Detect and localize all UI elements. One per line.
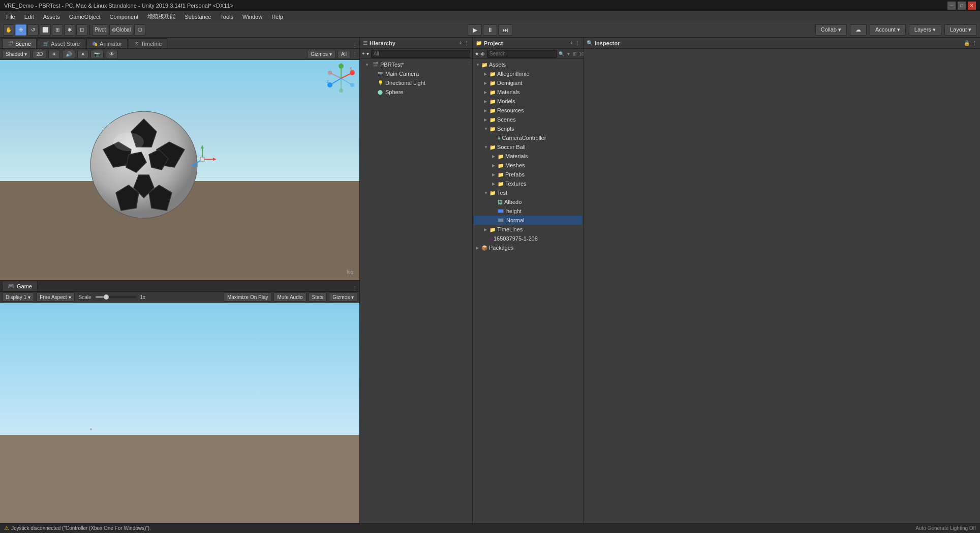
proj-assets[interactable]: ▼ 📁 Assets: [474, 60, 582, 69]
models-label: Models: [497, 98, 515, 104]
project-add[interactable]: +: [570, 40, 573, 46]
scene-panel-menu[interactable]: ⋮: [352, 43, 357, 48]
menu-custom[interactable]: 增殖板功能: [143, 12, 179, 21]
proj-timelines[interactable]: ▶ 📁 TimeLines: [474, 225, 582, 234]
scene-view-menu[interactable]: ⋮: [352, 51, 357, 57]
proj-packages[interactable]: ▶ 📦 Packages: [474, 243, 582, 252]
hierarchy-add-btn[interactable]: + ▾: [362, 51, 369, 56]
scene-tab-icon: 🎬: [8, 41, 13, 46]
menu-window[interactable]: Window: [238, 13, 266, 21]
scene-root-menu[interactable]: ⋮: [467, 62, 471, 67]
display-dropdown[interactable]: Display 1 ▾: [2, 292, 34, 302]
proj-sb-textures[interactable]: ▶ 📁 Textures: [474, 179, 582, 188]
scene-orientation-gizmo[interactable]: X Y Z: [326, 63, 356, 94]
tool-hand[interactable]: ✋: [3, 24, 14, 36]
menu-substance[interactable]: Substance: [180, 13, 215, 21]
game-panel-menu[interactable]: ⋮: [352, 285, 357, 291]
global-button[interactable]: ⊕ Global: [109, 24, 133, 36]
tab-scene[interactable]: 🎬 Scene: [2, 38, 37, 48]
stats-button[interactable]: Stats: [309, 292, 327, 302]
lighting-btn[interactable]: ☀: [48, 50, 60, 59]
proj-allegorithmic[interactable]: ▶ 📁 Allegorithmic: [474, 69, 582, 78]
menu-help[interactable]: Help: [267, 13, 287, 21]
account-button[interactable]: Account ▾: [870, 24, 906, 36]
tool-rect[interactable]: ⊞: [52, 24, 63, 36]
hier-sphere[interactable]: ⬤ Sphere: [361, 87, 471, 97]
camera-settings-btn[interactable]: 📷: [90, 50, 104, 59]
maximize-button[interactable]: □: [958, 2, 966, 10]
cloud-button[interactable]: ☁: [850, 24, 867, 36]
menu-component[interactable]: Component: [105, 13, 142, 21]
2d-toggle[interactable]: 2D: [33, 50, 46, 59]
project-menu[interactable]: ⋮: [575, 40, 580, 46]
hier-main-camera[interactable]: 📷 Main Camera: [361, 69, 471, 78]
all-dropdown[interactable]: All: [338, 50, 350, 59]
close-button[interactable]: ✕: [968, 2, 976, 10]
proj-scenes[interactable]: ▶ 📁 Scenes: [474, 115, 582, 124]
menu-edit[interactable]: Edit: [20, 13, 38, 21]
tool-transform[interactable]: ✱: [64, 24, 75, 36]
aspect-dropdown[interactable]: Free Aspect ▾: [36, 292, 74, 302]
tool-custom[interactable]: ⊡: [76, 24, 87, 36]
favorites-toggle[interactable]: ★: [475, 51, 479, 56]
proj-sb-prefabs[interactable]: ▶ 📁 Prefabs: [474, 170, 582, 179]
timeline-tab-label: Timeline: [141, 41, 162, 47]
shaded-dropdown[interactable]: Shaded ▾: [2, 50, 30, 59]
menu-file[interactable]: File: [2, 13, 19, 21]
maximize-on-play-button[interactable]: Maximize On Play: [224, 292, 272, 302]
hierarchy-search[interactable]: [371, 50, 470, 58]
proj-camera-controller[interactable]: # CameraController: [474, 133, 582, 142]
audio-btn[interactable]: 🔊: [62, 50, 75, 59]
effects-btn[interactable]: ✦: [77, 50, 88, 59]
scale-slider[interactable]: [96, 296, 136, 298]
pivot-button[interactable]: Pivot: [92, 24, 108, 36]
step-button[interactable]: ⏭: [498, 24, 512, 36]
proj-models[interactable]: ▶ 📁 Models: [474, 97, 582, 106]
create-btn[interactable]: ⊕: [481, 51, 485, 56]
proj-scripts[interactable]: ▼ 📁 Scripts: [474, 124, 582, 133]
proj-resources[interactable]: ▶ 📁 Resources: [474, 106, 582, 115]
tab-asset-store[interactable]: 🛒 Asset Store: [38, 38, 85, 48]
proj-demigiant[interactable]: ▶ 📁 Demigiant: [474, 78, 582, 87]
inspector-lock[interactable]: 🔒: [964, 40, 970, 46]
gizmos-dropdown-game[interactable]: Gizmos ▾: [329, 292, 357, 302]
project-filter-icon[interactable]: ▼: [566, 51, 571, 56]
tab-game[interactable]: 🎮 Game: [2, 281, 38, 291]
menu-assets[interactable]: Assets: [39, 13, 64, 21]
proj-height[interactable]: height: [474, 206, 582, 216]
mute-audio-button[interactable]: Mute Audio: [273, 292, 306, 302]
hierarchy-menu[interactable]: ⋮: [464, 40, 469, 46]
proj-test[interactable]: ▼ 📁 Test: [474, 188, 582, 197]
proj-soccer-ball[interactable]: ▼ 📁 Soccer Ball: [474, 142, 582, 152]
play-button[interactable]: ▶: [468, 24, 482, 36]
inspector-menu[interactable]: ⋮: [972, 40, 977, 46]
menu-gameobject[interactable]: GameObject: [65, 13, 105, 21]
hier-directional-light[interactable]: 💡 Directional Light: [361, 78, 471, 87]
proj-materials[interactable]: ▶ 📁 Materials: [474, 87, 582, 97]
proj-albedo[interactable]: 🖼 Albedo: [474, 197, 582, 206]
layout-button[interactable]: Layout ▾: [944, 24, 977, 36]
hier-scene-root[interactable]: ▼ 🎬 PBRTest* ⋮: [361, 60, 471, 69]
proj-audio-file[interactable]: ♪ 165037975-1-208: [474, 234, 582, 243]
pause-button[interactable]: ⏸: [483, 24, 497, 36]
project-search[interactable]: [487, 50, 557, 58]
collab-button[interactable]: Collab ▾: [815, 24, 847, 36]
layers-button[interactable]: Layers ▾: [909, 24, 941, 36]
proj-sb-materials[interactable]: ▶ 📁 Materials: [474, 152, 582, 161]
inspector-header: 🔍 Inspector 🔒 ⋮: [584, 38, 980, 49]
tab-animator[interactable]: 🎭 Animator: [86, 38, 128, 48]
menu-tools[interactable]: Tools: [216, 13, 237, 21]
hierarchy-add[interactable]: +: [459, 40, 462, 46]
tool-move[interactable]: ✙: [15, 24, 26, 36]
hidden-obj-btn[interactable]: 👁: [106, 50, 118, 59]
snap-button[interactable]: ⬡: [134, 24, 145, 36]
tab-timeline[interactable]: ⏱ Timeline: [129, 38, 167, 48]
auto-generate-lighting-label: Auto Generate Lighting Off: [915, 525, 976, 531]
proj-sb-meshes[interactable]: ▶ 📁 Meshes: [474, 161, 582, 170]
gizmos-dropdown[interactable]: Gizmos ▾: [307, 50, 335, 59]
project-layout-icon[interactable]: ⊞: [573, 51, 577, 56]
proj-normal[interactable]: Normal: [474, 216, 582, 225]
minimize-button[interactable]: ─: [947, 2, 956, 10]
tool-rotate[interactable]: ↺: [27, 24, 39, 36]
tool-scale[interactable]: ⬜: [40, 24, 51, 36]
